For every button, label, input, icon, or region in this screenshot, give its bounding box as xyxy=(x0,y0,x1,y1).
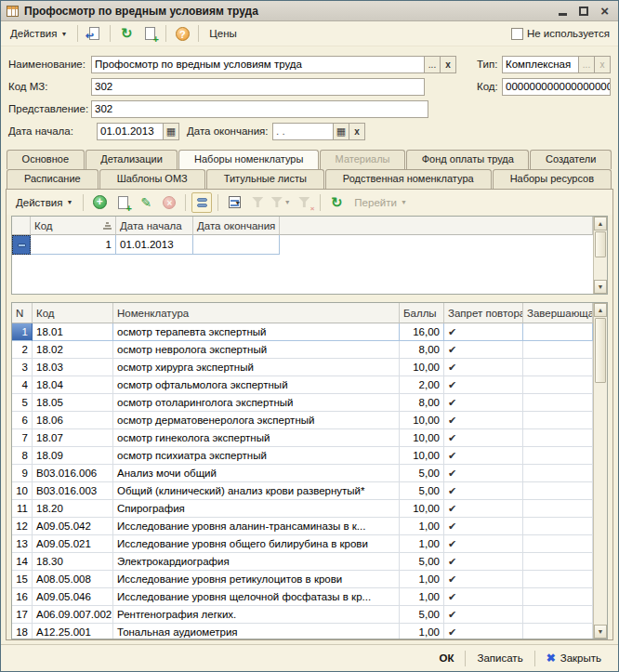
filter-by-value-button[interactable]: ▼ xyxy=(270,192,291,213)
items-cell-code[interactable]: A12.25.001 xyxy=(33,624,113,639)
items-cell-no_repeat[interactable]: ✔ xyxy=(444,500,523,518)
name-clear-button[interactable]: x xyxy=(441,56,456,73)
minimize-button[interactable] xyxy=(559,13,567,16)
items-header-final[interactable]: Завершающая xyxy=(523,303,593,323)
items-header-name[interactable]: Номенклатура xyxy=(113,303,400,323)
items-cell-final[interactable] xyxy=(523,535,593,553)
items-cell-final[interactable] xyxy=(523,359,593,376)
items-cell-code[interactable]: B03.016.003 xyxy=(33,482,113,500)
date-start-calendar-button[interactable]: ▦ xyxy=(164,123,179,140)
items-table-row[interactable]: 13A09.05.021Исследование уровня общего б… xyxy=(12,535,593,553)
items-cell-code[interactable]: 18.04 xyxy=(33,376,113,394)
items-cell-final[interactable] xyxy=(523,624,593,639)
items-table-row[interactable]: 418.04осмотр офтальмолога экспертный2,00… xyxy=(12,376,593,394)
items-cell-name[interactable]: Исследование уровня щелочной фосфатазы в… xyxy=(113,588,400,606)
items-cell-points[interactable]: 10,00 xyxy=(400,500,444,518)
items-cell-name[interactable]: Общий (клинический) анализ крови разверн… xyxy=(113,482,400,500)
sets-table-scrollbar[interactable]: ▲ ▼ xyxy=(593,217,607,294)
ok-button[interactable]: ОК xyxy=(430,649,464,667)
tab-row1-2[interactable]: Наборы номенклатуры xyxy=(178,150,319,169)
type-clear-button[interactable]: x xyxy=(595,56,611,73)
tab-row2-3[interactable]: Родственная номенклатура xyxy=(325,169,492,189)
tab-row1-1[interactable]: Детализации xyxy=(86,150,178,169)
copy-document-button[interactable]: + xyxy=(139,23,160,44)
tab-row2-0[interactable]: Расписание xyxy=(7,169,99,189)
name-input[interactable]: Профосмотр по вредным условиям труда xyxy=(91,56,425,73)
sets-cell-code[interactable]: 1 xyxy=(31,235,116,255)
items-table-row[interactable]: 1118.20Спирография10,00✔ xyxy=(12,500,593,518)
sets-header-date-start[interactable]: Дата начала xyxy=(116,217,193,235)
items-cell-no_repeat[interactable]: ✔ xyxy=(444,323,523,341)
items-table-row[interactable]: 618.06осмотр дерматовенеролога экспертны… xyxy=(12,412,593,429)
items-cell-final[interactable] xyxy=(523,465,593,482)
items-cell-no_repeat[interactable]: ✔ xyxy=(444,588,523,606)
items-cell-n[interactable]: 2 xyxy=(12,341,33,359)
items-cell-code[interactable]: A09.05.042 xyxy=(33,518,113,535)
items-cell-final[interactable] xyxy=(523,323,593,341)
items-cell-n[interactable]: 18 xyxy=(12,624,33,639)
panel-actions-menu-button[interactable]: Действия▼ xyxy=(11,194,77,211)
items-cell-code[interactable]: A06.09.007.002 xyxy=(33,606,113,624)
items-cell-no_repeat[interactable]: ✔ xyxy=(444,447,523,465)
items-cell-name[interactable]: Тональная аудиометрия xyxy=(113,624,400,639)
items-cell-n[interactable]: 12 xyxy=(12,518,33,535)
items-table-row[interactable]: 818.09осмотр психиатра экспертный10,00✔ xyxy=(12,447,593,465)
presentation-input[interactable]: 302 xyxy=(91,100,428,118)
items-cell-code[interactable]: 18.05 xyxy=(33,394,113,412)
clear-filter-button[interactable]: × xyxy=(294,192,314,213)
name-select-button[interactable]: ... xyxy=(425,56,441,73)
items-cell-n[interactable]: 17 xyxy=(12,606,33,624)
items-header-code[interactable]: Код xyxy=(33,303,113,323)
items-cell-n[interactable]: 4 xyxy=(12,376,33,394)
items-cell-n[interactable]: 6 xyxy=(12,412,33,429)
items-cell-no_repeat[interactable]: ✔ xyxy=(444,571,523,588)
date-end-calendar-button[interactable]: ▦ xyxy=(334,123,349,140)
items-table-row[interactable]: 17A06.09.007.002Рентгенография легких.5,… xyxy=(12,606,593,624)
scroll-up-icon[interactable]: ▲ xyxy=(594,217,607,231)
items-table-row[interactable]: 518.05осмотр отоларинголога экспертный8,… xyxy=(12,394,593,412)
sets-header-date-end[interactable]: Дата окончания xyxy=(193,217,280,235)
type-input[interactable]: Комплексная xyxy=(502,56,579,73)
items-cell-code[interactable]: 18.07 xyxy=(33,429,113,447)
sets-table-row[interactable]: 101.01.2013 xyxy=(12,235,593,255)
items-cell-no_repeat[interactable]: ✔ xyxy=(444,482,523,500)
items-cell-name[interactable]: осмотр невролога экспертный xyxy=(113,341,400,359)
items-cell-points[interactable]: 8,00 xyxy=(400,341,444,359)
items-cell-no_repeat[interactable]: ✔ xyxy=(444,518,523,535)
items-cell-code[interactable]: 18.03 xyxy=(33,359,113,376)
items-table-row[interactable]: 10B03.016.003Общий (клинический) анализ … xyxy=(12,482,593,500)
tab-row2-1[interactable]: Шаблоны ОМЗ xyxy=(99,169,205,189)
items-cell-final[interactable] xyxy=(523,394,593,412)
items-cell-n[interactable]: 1 xyxy=(12,323,33,341)
items-cell-final[interactable] xyxy=(523,447,593,465)
items-cell-n[interactable]: 13 xyxy=(12,535,33,553)
items-cell-n[interactable]: 3 xyxy=(12,359,33,376)
not-used-checkbox[interactable] xyxy=(511,28,523,40)
items-cell-no_repeat[interactable]: ✔ xyxy=(444,412,523,429)
goto-menu-button[interactable]: Перейти▼ xyxy=(349,194,412,211)
date-end-input[interactable]: . . xyxy=(272,123,334,140)
items-cell-final[interactable] xyxy=(523,588,593,606)
items-cell-points[interactable]: 8,00 xyxy=(400,394,444,412)
items-cell-final[interactable] xyxy=(523,518,593,535)
items-cell-code[interactable]: 18.30 xyxy=(33,553,113,571)
copy-row-button[interactable]: + xyxy=(112,192,133,213)
panel-refresh-button[interactable]: ↻ xyxy=(326,192,347,213)
items-cell-n[interactable]: 9 xyxy=(12,465,33,482)
code-input[interactable]: 00000000000000000091 xyxy=(502,78,611,96)
items-cell-name[interactable]: Рентгенография легких. xyxy=(113,606,400,624)
maximize-button[interactable] xyxy=(579,7,588,16)
items-cell-code[interactable]: A09.05.021 xyxy=(33,535,113,553)
sets-cell-date_end[interactable] xyxy=(193,235,280,255)
date-start-input[interactable]: 01.01.2013 xyxy=(97,123,164,140)
items-cell-points[interactable]: 16,00 xyxy=(400,323,444,341)
save-button[interactable]: Записать xyxy=(468,649,532,667)
type-select-button[interactable]: ... xyxy=(579,56,595,73)
scroll-thumb[interactable] xyxy=(595,231,606,257)
items-table-row[interactable]: 318.03осмотр хирурга экспертный10,00✔ xyxy=(12,359,593,376)
items-cell-code[interactable]: A09.05.046 xyxy=(33,588,113,606)
items-cell-name[interactable]: осмотр офтальмолога экспертный xyxy=(113,376,400,394)
items-cell-code[interactable]: 18.01 xyxy=(33,323,113,341)
scroll-up-icon[interactable]: ▲ xyxy=(594,303,607,317)
items-table-row[interactable]: 15A08.05.008Исследование уровня ретикуло… xyxy=(12,571,593,588)
